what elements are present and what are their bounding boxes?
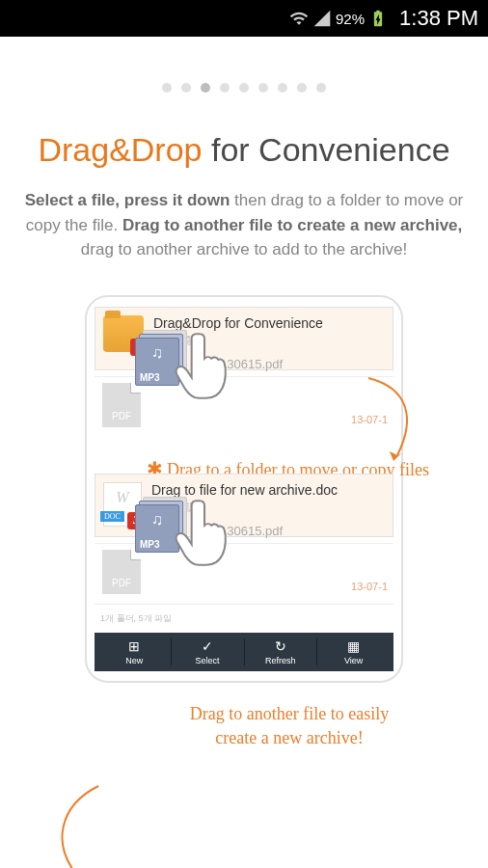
- check-icon: ✓: [172, 638, 244, 654]
- illustration-2: W DOC 3 Drag to file for new archive.doc…: [95, 474, 393, 671]
- toolbar-new-button[interactable]: ⊞ New: [98, 638, 172, 665]
- page-dot-2[interactable]: [181, 83, 191, 93]
- drag-stack: ♫ MP3: [135, 338, 189, 392]
- toolbar-new-label: New: [125, 656, 143, 665]
- title-highlight: Drag&Drop: [38, 131, 202, 168]
- page-dot-8[interactable]: [297, 83, 307, 93]
- mp3-label-2: MP3: [140, 539, 175, 550]
- page-dot-5[interactable]: [239, 83, 249, 93]
- phone-frame: 3 Drag&Drop for Convenience 126개 항목 PDF …: [85, 295, 403, 683]
- page-dot-9[interactable]: [316, 83, 326, 93]
- battery-icon: [368, 10, 388, 27]
- drag-stack-2: ♫ MP3: [135, 504, 189, 558]
- mp3-label: MP3: [140, 372, 175, 383]
- page-description: Select a file, press it down then drag t…: [0, 188, 488, 262]
- refresh-icon: ↻: [245, 638, 317, 654]
- toolbar-view-button[interactable]: ▦ View: [317, 638, 390, 665]
- page-dot-6[interactable]: [258, 83, 268, 93]
- music-note-icon: ♫: [140, 344, 175, 362]
- status-bar: 92% 1:38 PM: [0, 0, 488, 37]
- pagination-dots[interactable]: [0, 83, 488, 93]
- finger-icon-2: [172, 493, 237, 572]
- illustration-area: 3 Drag&Drop for Convenience 126개 항목 PDF …: [0, 295, 488, 683]
- grid-icon: ▦: [317, 638, 390, 654]
- desc-bold-1: Select a file, press it down: [25, 191, 230, 209]
- music-note-icon-2: ♫: [140, 511, 175, 529]
- page-dot-1[interactable]: [162, 83, 172, 93]
- toolbar-refresh-label: Refresh: [265, 656, 296, 665]
- arrow-2-icon: [41, 776, 118, 869]
- cell-signal-icon: [312, 10, 332, 27]
- toolbar-select-button[interactable]: ✓ Select: [172, 638, 245, 665]
- toolbar-refresh-button[interactable]: ↻ Refresh: [245, 638, 318, 665]
- clock-time: 1:38 PM: [399, 6, 478, 31]
- bottom-toolbar: ⊞ New ✓ Select ↻ Refresh ▦ View: [95, 633, 393, 671]
- annotation-2: Drag to another file to easily create a …: [77, 702, 488, 750]
- desc-bold-2: Drag to another file to create a new arc…: [122, 216, 462, 234]
- page-dot-7[interactable]: [278, 83, 287, 93]
- finger-icon: [172, 326, 237, 405]
- desc-plain-2: drag to another archive to add to the ar…: [81, 240, 407, 258]
- toolbar-view-label: View: [344, 656, 363, 665]
- plus-icon: ⊞: [98, 638, 171, 654]
- file-date-2: 13-07-1: [351, 581, 388, 592]
- bottom-status-text: 1개 폴더, 5개 파일: [95, 604, 393, 627]
- battery-percent: 92%: [336, 11, 365, 27]
- page-dot-3[interactable]: [201, 83, 210, 93]
- toolbar-select-label: Select: [196, 656, 220, 665]
- page-dot-4[interactable]: [220, 83, 230, 93]
- doc-tag: DOC: [100, 511, 124, 522]
- page-title: Drag&Drop for Convenience: [0, 131, 488, 169]
- wifi-icon: [289, 10, 309, 27]
- illustration-1: 3 Drag&Drop for Convenience 126개 항목 PDF …: [95, 307, 393, 431]
- status-icons: 92%: [289, 10, 388, 27]
- title-rest: for Convenience: [203, 131, 450, 168]
